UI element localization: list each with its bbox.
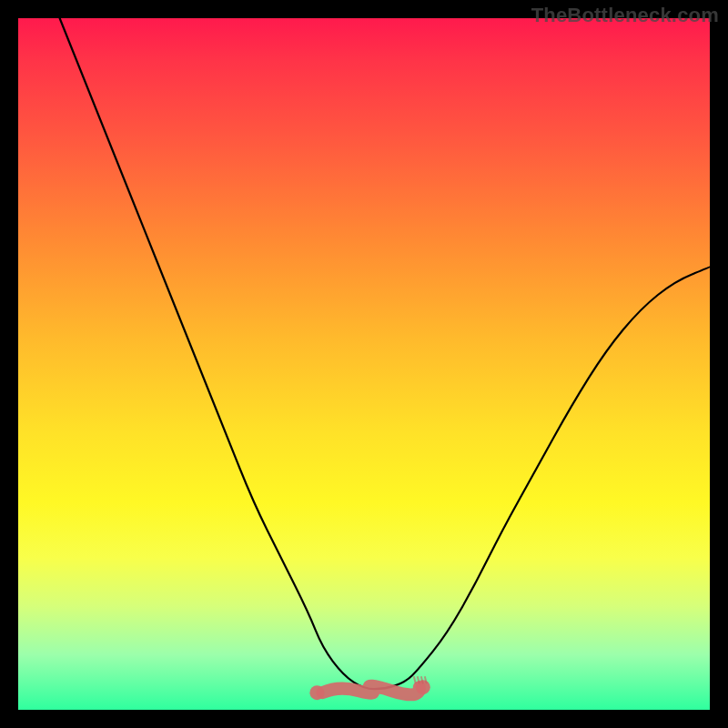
chart-plot-area: [18, 18, 710, 710]
band-endcap: [309, 685, 324, 700]
bottleneck-curve: [60, 18, 710, 689]
band-tick: [414, 676, 416, 683]
minimum-band: [322, 686, 420, 695]
chart-svg: [18, 18, 710, 710]
